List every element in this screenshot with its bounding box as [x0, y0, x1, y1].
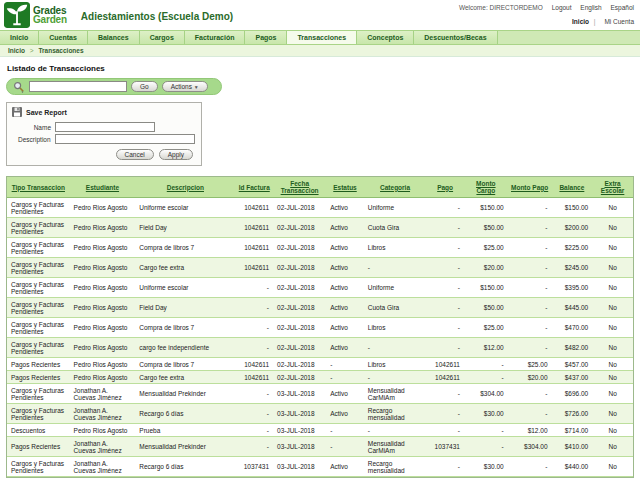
table-cell: $304.00 — [464, 384, 508, 404]
tab-pagos[interactable]: Pagos — [245, 31, 287, 44]
table-cell: Activo — [326, 198, 364, 218]
column-header[interactable]: Monto Pago — [508, 177, 552, 198]
table-cell: $12.00 — [464, 338, 508, 358]
table-cell: $50.00 — [464, 298, 508, 318]
table-cell: - — [508, 198, 552, 218]
search-input[interactable] — [29, 81, 127, 92]
table-row: DescuentosPedro Rios AgostoPrueba-03-JUL… — [7, 424, 633, 437]
actions-button-label: Actions — [171, 83, 192, 90]
tab-conceptos[interactable]: Conceptos — [357, 31, 414, 44]
table-cell: Pagos Recientes — [7, 437, 70, 457]
table-cell: $30.00 — [464, 404, 508, 424]
table-cell: No — [592, 218, 633, 238]
table-cell: Cargos y Facturas Pendientes — [7, 338, 70, 358]
table-cell: 1042611 — [235, 218, 273, 238]
column-header[interactable]: Balance — [552, 177, 593, 198]
tab-cuentas[interactable]: Cuentas — [39, 31, 88, 44]
table-cell: 03-JUL-2018 — [273, 384, 326, 404]
table-cell: Activo — [326, 218, 364, 238]
column-header[interactable]: Extra Escolar — [592, 177, 633, 198]
table-cell: Uniforme — [364, 278, 427, 298]
search-toolbar: Go Actions ▼ — [6, 78, 222, 95]
breadcrumb-inicio[interactable]: Inicio — [8, 47, 25, 54]
tab-bar: InicioCuentasBalancesCargosFacturaciónPa… — [0, 30, 640, 45]
column-header[interactable]: Descripcion — [135, 177, 235, 198]
table-cell: Activo — [326, 404, 364, 424]
table-body: Cargos y Facturas PendientesPedro Rios A… — [7, 198, 633, 477]
english-link[interactable]: English — [580, 4, 601, 11]
tab-balances[interactable]: Balances — [88, 31, 140, 44]
table-cell: 03-JUL-2018 — [273, 437, 326, 457]
table-cell: 02-JUL-2018 — [273, 318, 326, 338]
table-cell: - — [235, 424, 273, 437]
table-cell: Libros — [364, 238, 427, 258]
inicio-link[interactable]: Inicio — [572, 18, 589, 25]
table-row: Pagos RecientesPedro Rios AgostoCargo fe… — [7, 371, 633, 384]
table-row: Cargos y Facturas PendientesPedro Rios A… — [7, 298, 633, 318]
table-cell: Pagos Recientes — [7, 371, 70, 384]
go-button[interactable]: Go — [131, 81, 158, 92]
table-cell: Pedro Rios Agosto — [70, 298, 136, 318]
column-header[interactable]: Categoria — [364, 177, 427, 198]
column-header[interactable]: Fecha Transaccion — [273, 177, 326, 198]
table-cell: - — [426, 218, 464, 238]
table-cell: 1042611 — [426, 371, 464, 384]
table-cell: - — [235, 437, 273, 457]
table-cell: - — [426, 238, 464, 258]
logout-link[interactable]: Logout — [552, 4, 572, 11]
table-cell: No — [592, 318, 633, 338]
table-cell: $470.00 — [552, 318, 593, 338]
cancel-button[interactable]: Cancel — [116, 149, 154, 160]
chevron-down-icon: ▼ — [194, 84, 199, 90]
table-cell: - — [326, 358, 364, 371]
table-cell: No — [592, 258, 633, 278]
table-cell: - — [426, 424, 464, 437]
spanish-link[interactable]: Español — [611, 4, 635, 11]
table-cell: 02-JUL-2018 — [273, 358, 326, 371]
report-name-field[interactable] — [55, 122, 155, 132]
column-header[interactable]: Monto Cargo — [464, 177, 508, 198]
table-row: Cargos y Facturas PendientesPedro Rios A… — [7, 218, 633, 238]
table-cell: Cargo fee extra — [135, 371, 235, 384]
table-cell: No — [592, 457, 633, 477]
table-cell: - — [464, 424, 508, 437]
table-cell: No — [592, 298, 633, 318]
table-cell: Jonathan A. Cuevas Jiménez — [70, 384, 136, 404]
table-cell: 1037431 — [235, 457, 273, 477]
table-cell: $445.00 — [552, 298, 593, 318]
column-header[interactable]: Estatus — [326, 177, 364, 198]
table-cell: - — [508, 404, 552, 424]
table-cell: Activo — [326, 278, 364, 298]
column-header[interactable]: Tipo Transaccion — [7, 177, 70, 198]
table-cell: $440.00 — [552, 457, 593, 477]
table-cell: Pedro Rios Agosto — [70, 424, 136, 437]
actions-button[interactable]: Actions ▼ — [162, 81, 208, 92]
column-header[interactable]: Pago — [426, 177, 464, 198]
mi-cuenta-link[interactable]: Mi Cuenta — [604, 18, 634, 25]
table-cell: $726.00 — [552, 404, 593, 424]
tab-descuentos-becas[interactable]: Descuentos/Becas — [414, 31, 497, 44]
main-content: Listado de Transacciones Go Actions ▼ Sa… — [0, 57, 640, 480]
table-cell: Mensualidad CarMiAm — [364, 437, 427, 457]
table-cell: - — [508, 384, 552, 404]
report-description-field[interactable] — [55, 134, 195, 144]
table-cell: Compra de libros 7 — [135, 238, 235, 258]
table-cell: $304.00 — [508, 437, 552, 457]
magnifier-icon[interactable] — [13, 81, 25, 93]
transactions-table: Tipo TransaccionEstudianteDescripcionId … — [6, 176, 634, 478]
column-header[interactable]: Id Factura — [235, 177, 273, 198]
tab-inicio[interactable]: Inicio — [0, 31, 39, 44]
tab-cargos[interactable]: Cargos — [140, 31, 185, 44]
table-cell: 03-JUL-2018 — [273, 404, 326, 424]
table-cell: Activo — [326, 457, 364, 477]
table-cell: - — [364, 371, 427, 384]
column-header[interactable]: Estudiante — [70, 177, 136, 198]
tab-facturación[interactable]: Facturación — [185, 31, 246, 44]
table-cell: Pedro Rios Agosto — [70, 358, 136, 371]
apply-button[interactable]: Apply — [159, 149, 193, 160]
name-label: Name — [13, 124, 55, 131]
tab-transacciones[interactable]: Transacciones — [287, 31, 357, 44]
table-cell: Cargos y Facturas Pendientes — [7, 278, 70, 298]
brand-line2: Garden — [33, 15, 67, 25]
table-cell: - — [235, 404, 273, 424]
